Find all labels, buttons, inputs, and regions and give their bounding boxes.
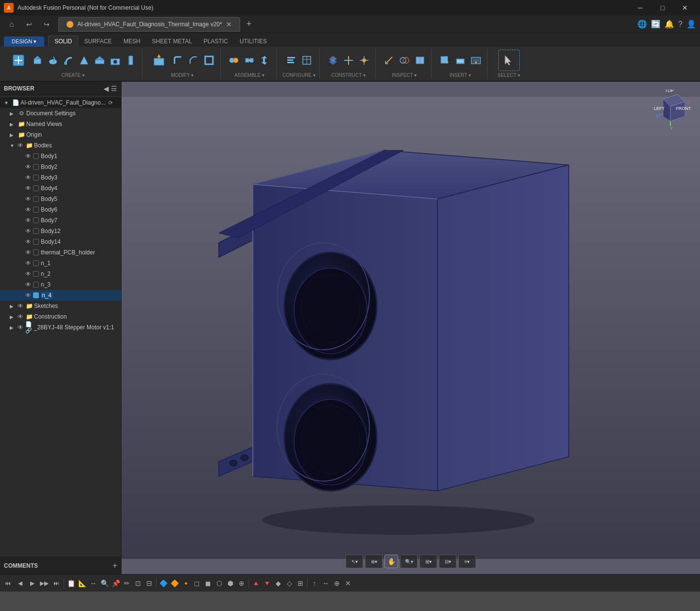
btool-11[interactable]: 🔸: [180, 578, 191, 589]
hole-icon[interactable]: [108, 53, 122, 68]
btool-7[interactable]: ⊡: [133, 578, 143, 589]
update-icon[interactable]: 🔄: [651, 19, 661, 29]
help-icon[interactable]: ?: [678, 20, 682, 29]
n3-checkbox[interactable]: [33, 282, 39, 288]
browser-item-body1[interactable]: 👁 Body1: [0, 151, 121, 162]
orbit-tool[interactable]: ↖▾: [346, 555, 363, 568]
restore-button[interactable]: □: [651, 0, 674, 16]
design-dropdown[interactable]: DESIGN ▾: [4, 36, 44, 47]
btool-17[interactable]: 🔺: [250, 578, 261, 589]
display-tool[interactable]: ⊟▾: [439, 555, 456, 568]
btool-15[interactable]: ⬢: [225, 578, 236, 589]
table-icon[interactable]: [299, 53, 314, 68]
browser-expand-btn[interactable]: ☰: [111, 85, 117, 92]
btool-21[interactable]: ⊞: [295, 578, 306, 589]
look-at-tool[interactable]: ⊕▾: [365, 555, 383, 568]
btool-5[interactable]: 📌: [110, 578, 121, 589]
comments-add-button[interactable]: +: [113, 561, 117, 570]
section-analysis-icon[interactable]: [413, 53, 427, 68]
home-btn[interactable]: ⌂: [4, 16, 19, 33]
body14-checkbox[interactable]: [33, 239, 39, 245]
minimize-button[interactable]: ─: [629, 0, 651, 16]
btool-9[interactable]: 🔷: [158, 578, 169, 589]
btool-2[interactable]: 📐: [77, 578, 88, 589]
browser-item-named-views[interactable]: ▶ 📁 Named Views: [0, 119, 121, 129]
tab-surface[interactable]: SURFACE: [78, 36, 118, 47]
select-icon[interactable]: [498, 50, 520, 71]
browser-item-stepper[interactable]: ▶ 👁 📄🔗 _28BYJ-48 Stepper Motor v1:1: [0, 322, 121, 333]
thermal-pcb-checkbox[interactable]: [33, 250, 39, 255]
profile-icon[interactable]: 👤: [686, 19, 696, 29]
new-component-icon[interactable]: [8, 50, 29, 71]
shell-icon[interactable]: [202, 53, 216, 68]
joint-icon[interactable]: [227, 53, 241, 68]
browser-collapse-btn[interactable]: ◀: [104, 85, 109, 92]
btool-25[interactable]: ✕: [343, 578, 353, 589]
browser-item-body3[interactable]: 👁 Body3: [0, 172, 121, 183]
viewport[interactable]: TOP LEFT FRONT Z X Y ↖▾ ⊕▾ ✋ 🔍▾ ⊞▾ ⊟▾ ≡▾: [122, 82, 700, 574]
btool-16[interactable]: ⊕: [236, 578, 247, 589]
axis-icon[interactable]: [341, 53, 356, 68]
chamfer-icon[interactable]: [186, 53, 201, 68]
close-button[interactable]: ✕: [674, 0, 696, 16]
btool-12[interactable]: ◻: [192, 578, 202, 589]
btool-8[interactable]: ⊟: [144, 578, 155, 589]
body4-checkbox[interactable]: [33, 185, 39, 191]
browser-item-body2[interactable]: 👁 Body2: [0, 162, 121, 172]
tab-solid[interactable]: SOLID: [48, 36, 78, 47]
nav-last-btn[interactable]: ⏭: [51, 577, 62, 589]
btool-6[interactable]: ✏: [122, 578, 132, 589]
notification-icon[interactable]: 🔔: [665, 19, 674, 29]
btool-1[interactable]: 📋: [66, 578, 76, 589]
press-pull-icon[interactable]: [148, 50, 170, 71]
btool-18[interactable]: 🔻: [262, 578, 272, 589]
sweep-icon[interactable]: [61, 53, 76, 68]
btool-13[interactable]: ◼: [203, 578, 213, 589]
browser-item-bodies[interactable]: ▼ 👁 📁 Bodies: [0, 140, 121, 151]
fillet-icon[interactable]: [171, 53, 185, 68]
view-tool[interactable]: ⊞▾: [420, 555, 437, 568]
browser-item-body4[interactable]: 👁 Body4: [0, 183, 121, 194]
move-icon[interactable]: [258, 53, 272, 68]
rigid-group-icon[interactable]: [242, 53, 257, 68]
btool-14[interactable]: ⬡: [214, 578, 225, 589]
n2-checkbox[interactable]: [33, 271, 39, 277]
browser-item-sketches[interactable]: ▶ 👁 📁 Sketches: [0, 301, 121, 311]
browser-item-body7[interactable]: 👁 Body7: [0, 215, 121, 226]
tab-plastic[interactable]: PLASTIC: [198, 36, 234, 47]
world-icon[interactable]: 🌐: [637, 19, 647, 29]
btool-4[interactable]: 🔍: [99, 578, 110, 589]
nav-prev-btn[interactable]: ◀: [14, 577, 26, 589]
browser-item-body5[interactable]: 👁 Body5: [0, 194, 121, 204]
revolve-icon[interactable]: [46, 53, 60, 68]
btool-23[interactable]: ↔: [320, 578, 331, 589]
btool-10[interactable]: 🔶: [169, 578, 180, 589]
document-tab[interactable]: AI-driven_HVAC_Fault_Diagnosis_Thermal_I…: [58, 17, 240, 32]
tab-utilities[interactable]: UTILITIES: [234, 36, 273, 47]
btool-22[interactable]: ↑: [309, 578, 320, 589]
loft-icon[interactable]: [77, 53, 91, 68]
rib-icon[interactable]: [92, 53, 107, 68]
body2-checkbox[interactable]: [33, 164, 39, 170]
browser-item-thermal-pcb[interactable]: 👁 thermal_PCB_holder: [0, 247, 121, 258]
nav-next-btn[interactable]: ▶▶: [38, 577, 50, 589]
n4-checkbox[interactable]: [33, 292, 39, 298]
forward-btn[interactable]: ↪: [39, 16, 54, 33]
grid-tool[interactable]: ≡▾: [458, 555, 476, 568]
new-tab-button[interactable]: +: [242, 18, 256, 31]
browser-root[interactable]: ▼ 📄 AI-driven_HVAC_Fault_Diagno... ⟳: [0, 97, 121, 108]
nav-first-btn[interactable]: ⏮: [2, 577, 14, 589]
parameters-icon[interactable]: [284, 53, 298, 68]
decal-icon[interactable]: IMG: [453, 53, 468, 68]
insert-derive-icon[interactable]: [438, 53, 452, 68]
n1-checkbox[interactable]: [33, 260, 39, 266]
browser-item-n4[interactable]: 👁 n_4: [0, 290, 121, 301]
pan-tool[interactable]: ✋: [385, 555, 398, 568]
offset-plane-icon[interactable]: [326, 53, 340, 68]
body5-checkbox[interactable]: [33, 196, 39, 202]
browser-item-body6[interactable]: 👁 Body6: [0, 204, 121, 215]
body3-checkbox[interactable]: [33, 175, 39, 180]
browser-item-body14[interactable]: 👁 Body14: [0, 236, 121, 247]
browser-item-n1[interactable]: 👁 n_1: [0, 258, 121, 269]
body6-checkbox[interactable]: [33, 207, 39, 213]
